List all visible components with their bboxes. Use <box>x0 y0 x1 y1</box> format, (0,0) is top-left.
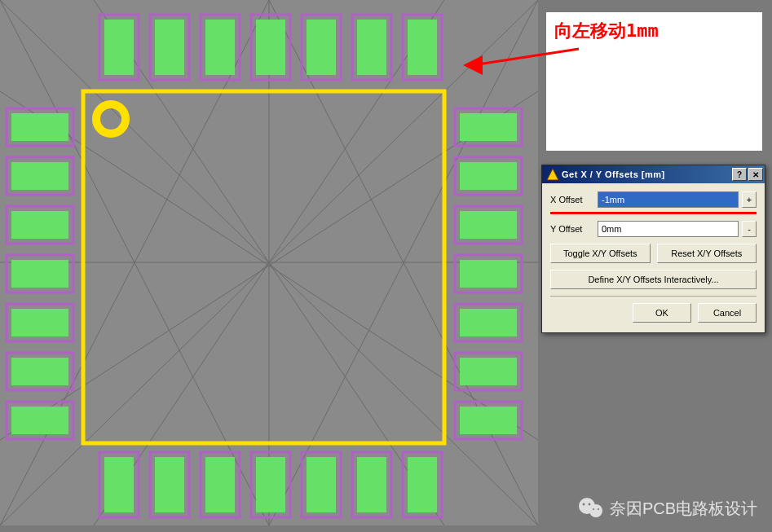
separator <box>550 296 757 297</box>
y-step-button[interactable]: - <box>742 221 757 237</box>
offsets-dialog: Get X / Y Offsets [mm] ? ✕ X Offset + Y … <box>541 165 765 333</box>
y-offset-input[interactable] <box>598 221 739 237</box>
svg-rect-20 <box>256 20 285 75</box>
svg-rect-36 <box>307 457 336 512</box>
svg-rect-48 <box>11 260 68 288</box>
ok-button[interactable]: OK <box>633 303 691 323</box>
svg-rect-40 <box>408 457 437 512</box>
svg-rect-34 <box>256 457 285 512</box>
svg-rect-18 <box>205 20 235 75</box>
svg-rect-50 <box>11 309 68 336</box>
svg-rect-16 <box>155 20 184 75</box>
svg-rect-14 <box>104 20 134 75</box>
pads-bottom[interactable] <box>99 452 442 517</box>
svg-rect-26 <box>408 20 437 75</box>
x-offset-input[interactable] <box>598 191 739 208</box>
svg-rect-56 <box>460 113 517 141</box>
svg-point-77 <box>598 508 599 510</box>
svg-point-76 <box>593 508 594 510</box>
dialog-title: Get X / Y Offsets [mm] <box>562 169 732 179</box>
svg-point-75 <box>588 503 590 506</box>
reset-offsets-button[interactable]: Reset X/Y Offsets <box>657 244 757 263</box>
svg-rect-62 <box>460 260 517 288</box>
pads-left[interactable] <box>7 108 73 439</box>
annotation-underline <box>550 212 757 214</box>
svg-rect-32 <box>205 457 235 512</box>
svg-rect-28 <box>104 457 134 512</box>
help-button[interactable]: ? <box>732 168 747 181</box>
pcb-canvas[interactable] <box>0 0 538 525</box>
annotation-text: 向左移动1mm <box>546 12 762 50</box>
watermark: 奈因PCB电路板设计 <box>577 495 757 522</box>
toggle-offsets-button[interactable]: Toggle X/Y Offsets <box>550 244 651 263</box>
svg-rect-30 <box>155 457 184 512</box>
svg-rect-52 <box>11 358 68 385</box>
svg-point-73 <box>589 504 602 517</box>
svg-rect-54 <box>11 407 68 434</box>
svg-rect-58 <box>460 162 517 190</box>
pads-top[interactable] <box>99 15 442 80</box>
x-step-button[interactable]: + <box>742 191 757 208</box>
annotation-box: 向左移动1mm <box>546 12 762 151</box>
svg-rect-38 <box>357 457 386 512</box>
svg-rect-24 <box>357 20 386 75</box>
svg-marker-71 <box>547 169 558 180</box>
app-icon <box>546 168 559 181</box>
svg-rect-60 <box>460 211 517 239</box>
svg-rect-42 <box>11 113 68 141</box>
cancel-button[interactable]: Cancel <box>698 303 757 323</box>
watermark-text: 奈因PCB电路板设计 <box>610 498 757 520</box>
svg-rect-46 <box>11 211 68 239</box>
define-interactively-button[interactable]: Define X/Y Offsets Interactively... <box>550 270 757 289</box>
svg-rect-22 <box>307 20 336 75</box>
svg-rect-68 <box>460 407 517 434</box>
svg-rect-66 <box>460 358 517 385</box>
y-offset-label: Y Offset <box>550 224 598 234</box>
wechat-icon <box>577 495 605 522</box>
dialog-titlebar[interactable]: Get X / Y Offsets [mm] ? ✕ <box>542 165 765 183</box>
svg-rect-44 <box>11 162 68 190</box>
close-button[interactable]: ✕ <box>748 168 763 181</box>
svg-rect-64 <box>460 309 517 336</box>
pads-right[interactable] <box>455 108 522 439</box>
x-offset-label: X Offset <box>550 195 598 204</box>
svg-point-74 <box>582 503 585 506</box>
